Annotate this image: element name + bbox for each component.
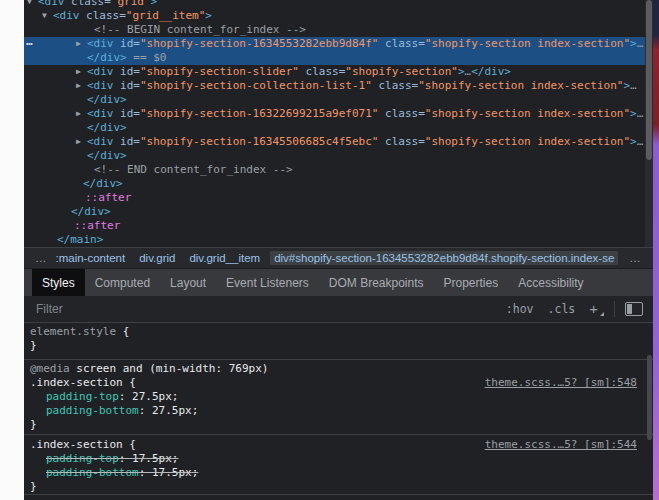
close-brace: }	[30, 418, 653, 432]
dom-tree-row[interactable]: </main>	[24, 233, 645, 247]
dom-tree-row[interactable]: <!-- END content_for_index -->	[24, 163, 645, 177]
css-property-text: padding-top: 27.5px;	[46, 390, 178, 403]
style-sections: element.style {}@media screen and (min-w…	[24, 323, 653, 500]
open-brace: {	[123, 438, 136, 451]
css-property-text: padding-bottom: 17.5px;	[46, 466, 198, 479]
media-keyword: @media	[30, 362, 70, 375]
dom-tree-row[interactable]: </div>	[24, 205, 645, 219]
elements-scrollbar-thumb[interactable]	[646, 0, 652, 160]
style-rule: @media screen and (min-width: 769px).ind…	[24, 360, 653, 435]
dom-tree-row[interactable]: </div>	[24, 93, 645, 107]
css-property[interactable]: padding-bottom: 17.5px;	[30, 466, 653, 480]
element-classes-toggle[interactable]: .cls	[548, 302, 576, 316]
dom-tree-row[interactable]: ::after	[24, 219, 645, 233]
dom-token: id=	[114, 37, 141, 50]
dom-token: <div	[87, 65, 114, 78]
dom-tree-row[interactable]: ::after	[24, 191, 645, 205]
breadcrumb-overflow-left[interactable]: …	[30, 252, 52, 264]
elements-scrollbar[interactable]	[645, 0, 653, 247]
open-brace: {	[123, 376, 136, 389]
dom-token: <div	[87, 37, 114, 50]
open-brace: {	[116, 325, 129, 338]
dom-token: == $0	[127, 51, 167, 64]
expand-arrow-icon[interactable]: ▶	[76, 65, 81, 79]
css-property-text: padding-top: 17.5px;	[46, 452, 178, 465]
dom-tree-row[interactable]: </div>	[24, 149, 645, 163]
dom-tree-row[interactable]: ▶<div id="shopify-section-slider" class=…	[24, 65, 645, 79]
tab-properties[interactable]: Properties	[434, 269, 509, 296]
dom-token: </div>	[87, 121, 127, 134]
collapse-arrow-icon[interactable]: ▼	[42, 9, 47, 23]
dom-tree-row[interactable]: ▶…<div id="shopify-section-1634553282ebb…	[24, 37, 645, 51]
tab-accessibility[interactable]: Accessibility	[508, 269, 593, 296]
dom-token: id=	[114, 65, 141, 78]
breadcrumb-item[interactable]: div#shopify-section-1634553282ebb9d84f.s…	[270, 251, 618, 265]
dom-token: >	[205, 9, 212, 22]
desktop-wallpaper-strip	[653, 0, 659, 500]
breadcrumb: …:main-contentdiv.griddiv.grid__itemdiv#…	[24, 247, 653, 268]
dom-token: <!-- END content_for_index -->	[94, 163, 293, 176]
expand-arrow-icon[interactable]: ▶	[76, 37, 81, 51]
rule-selector[interactable]: .index-section	[30, 438, 123, 451]
dom-tree-row[interactable]: ▶<div id="shopify-section-16345506685c4f…	[24, 135, 645, 149]
expand-arrow-icon[interactable]: ▶	[76, 79, 81, 93]
dom-token: </div>	[471, 65, 511, 78]
dom-tree-row[interactable]: ▶<div id="shopify-section-16322699215a9e…	[24, 107, 645, 121]
source-link[interactable]: theme.scss.…5? [sm]:548	[485, 376, 637, 390]
node-overflow-menu-icon[interactable]: …	[26, 37, 32, 49]
dom-token: </div>	[83, 177, 123, 190]
devtools-window: ▼<div class="grid">▼<div class="grid__it…	[24, 0, 653, 500]
css-property[interactable]: padding-bottom: 27.5px;	[30, 404, 653, 418]
dom-token: "shopify-section-slider"	[140, 65, 299, 78]
style-rule: .index-section {theme.scss.…5? [sm]:544p…	[24, 435, 653, 495]
collapse-arrow-icon[interactable]: ▼	[27, 0, 32, 9]
dom-tree-row[interactable]: </div> == $0	[24, 51, 645, 65]
media-query-row: @media screen and (min-width: 769px)	[30, 362, 653, 376]
rule-selector[interactable]: element.style	[30, 325, 116, 338]
tab-computed[interactable]: Computed	[85, 269, 160, 296]
css-property[interactable]: padding-top: 27.5px;	[30, 390, 653, 404]
breadcrumb-item[interactable]: div.grid__item	[185, 251, 264, 265]
dom-token: >	[630, 135, 637, 148]
toolbar-divider	[614, 301, 615, 317]
dom-tree-row[interactable]: </div>	[24, 177, 645, 191]
tab-layout[interactable]: Layout	[160, 269, 216, 296]
dom-token: <!-- BEGIN content_for_index -->	[94, 23, 306, 36]
styles-scrollbar[interactable]	[645, 323, 653, 500]
tab-event-listeners[interactable]: Event Listeners	[216, 269, 319, 296]
dom-token: class=	[80, 9, 126, 22]
breadcrumb-item[interactable]: :main-content	[52, 251, 130, 265]
pseudo-state-toggle[interactable]: :hov	[506, 302, 534, 316]
dom-token: "shopify-section index-section"	[425, 37, 630, 50]
media-query[interactable]: screen and (min-width: 769px)	[70, 362, 269, 375]
filter-input[interactable]	[34, 301, 492, 317]
toggle-sidebar-icon[interactable]	[625, 302, 643, 316]
style-rule: element.style {}	[24, 323, 653, 360]
css-property[interactable]: padding-top: 17.5px;	[30, 452, 653, 466]
new-style-rule-button[interactable]: +	[589, 303, 598, 315]
dom-token: …	[637, 37, 644, 50]
dom-tree-row[interactable]: </div>	[24, 121, 645, 135]
css-token: :	[139, 466, 152, 479]
source-link[interactable]: theme.scss.…5? [sm]:544	[485, 438, 637, 452]
dom-token: "shopify-section-1634553282ebb9d84f"	[140, 37, 378, 50]
breadcrumb-overflow-right[interactable]: …	[624, 252, 646, 264]
expand-arrow-icon[interactable]: ▶	[76, 107, 81, 121]
dom-token: </main>	[57, 233, 103, 246]
css-token: padding-top	[46, 390, 119, 403]
dom-tree-row[interactable]: ▼<div class="grid__item">	[24, 9, 645, 23]
dom-token: class=	[378, 135, 424, 148]
rule-selector[interactable]: .index-section	[30, 376, 123, 389]
styles-scrollbar-thumb[interactable]	[647, 355, 652, 440]
expand-arrow-icon[interactable]: ▶	[76, 135, 81, 149]
css-token: padding-bottom	[46, 404, 139, 417]
dom-tree-row[interactable]: ▼<div class="grid">	[24, 0, 645, 9]
css-token: ;	[172, 452, 179, 465]
breadcrumb-item[interactable]: div.grid	[135, 251, 179, 265]
dom-tree-row[interactable]: <!-- BEGIN content_for_index -->	[24, 23, 645, 37]
dom-token: id=	[114, 79, 141, 92]
dom-tree-row[interactable]: ▶<div id="shopify-section-collection-lis…	[24, 79, 645, 93]
tab-styles[interactable]: Styles	[32, 269, 85, 296]
tab-dom-breakpoints[interactable]: DOM Breakpoints	[319, 269, 434, 296]
dom-token: </div>	[87, 51, 127, 64]
